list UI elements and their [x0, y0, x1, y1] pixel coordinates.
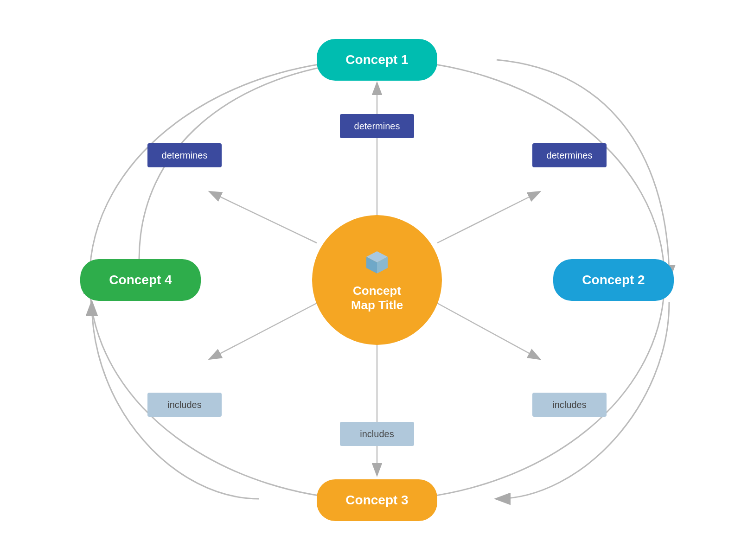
- concept-3-node: Concept 3: [317, 479, 437, 521]
- center-concept-node: Concept Map Title: [312, 215, 442, 345]
- includes-label-left: includes: [147, 393, 222, 417]
- svg-line-9: [437, 192, 539, 243]
- concept-2-label: Concept 2: [582, 273, 645, 287]
- concept-4-node: Concept 4: [80, 259, 201, 301]
- concept-map-diagram: Concept 1 Concept 2 Concept 3 Concept 4 …: [76, 25, 678, 535]
- concept-1-label: Concept 1: [345, 52, 408, 67]
- determines-label-top: determines: [340, 114, 414, 138]
- svg-line-10: [210, 303, 317, 359]
- concept-2-node: Concept 2: [553, 259, 674, 301]
- determines-label-right: determines: [532, 143, 607, 167]
- svg-line-8: [210, 192, 317, 243]
- determines-label-left: determines: [147, 143, 222, 167]
- includes-label-right: includes: [532, 393, 607, 417]
- svg-line-11: [437, 303, 539, 359]
- concept-3-label: Concept 3: [345, 493, 408, 508]
- concept-1-node: Concept 1: [317, 39, 437, 81]
- cube-icon: [361, 248, 393, 280]
- center-label: Concept Map Title: [351, 284, 403, 312]
- includes-label-bottom: includes: [340, 422, 414, 446]
- concept-4-label: Concept 4: [109, 273, 172, 287]
